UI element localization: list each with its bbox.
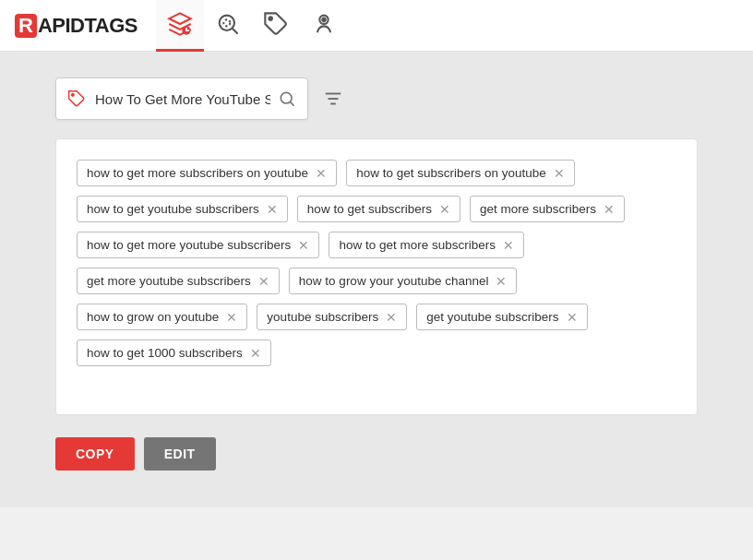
tag-label: how to get more subscribers	[339, 238, 496, 252]
tag-label: how to get 1000 subscribers	[87, 346, 243, 360]
tag-label: how to grow on youtube	[87, 310, 219, 324]
tag-label: get more subscribers	[480, 202, 596, 216]
tag-label: get youtube subscribers	[426, 310, 558, 324]
nav-spy[interactable]	[300, 0, 348, 52]
logo-r-letter: R	[15, 14, 37, 38]
tag-chip: how to get subscribers on youtube✕	[346, 160, 575, 186]
tags-container: how to get more subscribers on youtube✕h…	[55, 138, 698, 415]
nav-tag[interactable]	[252, 0, 300, 52]
tag-remove-icon[interactable]: ✕	[386, 311, 397, 324]
nav-tag-generate[interactable]	[156, 0, 204, 52]
action-buttons: COPY EDIT	[55, 437, 698, 471]
tag-chip: get youtube subscribers✕	[416, 304, 587, 330]
nav-search[interactable]	[204, 0, 252, 52]
tag-remove-icon[interactable]: ✕	[604, 203, 615, 216]
svg-point-6	[72, 94, 75, 97]
svg-point-2	[223, 19, 230, 26]
search-input[interactable]	[95, 91, 270, 107]
tag-chip: how to grow on youtube✕	[77, 304, 247, 330]
tag-label: how to get more subscribers on youtube	[87, 166, 308, 180]
tag-chip: how to grow your youtube channel✕	[289, 268, 518, 294]
svg-point-3	[269, 17, 272, 20]
navbar: R APIDTAGS	[0, 0, 753, 52]
tag-label: get more youtube subscribers	[87, 274, 251, 288]
tag-remove-icon[interactable]: ✕	[503, 239, 514, 252]
svg-point-5	[322, 18, 326, 21]
edit-button[interactable]: EDIT	[144, 437, 216, 471]
nav-icons	[156, 0, 348, 52]
search-submit-icon[interactable]	[278, 89, 296, 108]
tag-chip: how to get youtube subscribers✕	[77, 196, 288, 222]
tag-label: how to get youtube subscribers	[87, 202, 259, 216]
search-box	[55, 77, 308, 120]
tag-remove-icon[interactable]: ✕	[554, 167, 565, 180]
tag-chip: how to get more subscribers✕	[329, 232, 524, 258]
logo-text: APIDTAGS	[38, 14, 137, 38]
tag-remove-icon[interactable]: ✕	[496, 275, 507, 288]
tag-chip: how to get more subscribers on youtube✕	[77, 160, 337, 186]
tag-remove-icon[interactable]: ✕	[258, 275, 269, 288]
tag-label: how to get more youtube subscribers	[87, 238, 291, 252]
main-content: how to get more subscribers on youtube✕h…	[0, 52, 753, 507]
tag-chip: youtube subscribers✕	[257, 304, 407, 330]
tag-label: how to get subscribers on youtube	[356, 166, 546, 180]
tag-label: how to grow your youtube channel	[299, 274, 489, 288]
search-box-tag-icon	[67, 89, 86, 108]
tag-remove-icon[interactable]: ✕	[567, 311, 578, 324]
tag-chip: how to get more youtube subscribers✕	[77, 232, 319, 258]
tag-chip: get more subscribers✕	[470, 196, 625, 222]
tag-chip: get more youtube subscribers✕	[77, 268, 280, 294]
tag-remove-icon[interactable]: ✕	[267, 203, 278, 216]
logo: R APIDTAGS	[15, 14, 137, 38]
tag-remove-icon[interactable]: ✕	[316, 167, 327, 180]
tag-remove-icon[interactable]: ✕	[298, 239, 309, 252]
tag-chip: how to get 1000 subscribers✕	[77, 340, 271, 366]
tag-label: how to get subscribers	[307, 202, 432, 216]
copy-button[interactable]: COPY	[55, 437, 135, 471]
tag-chip: how to get subscribers✕	[297, 196, 460, 222]
tag-remove-icon[interactable]: ✕	[226, 311, 237, 324]
search-area	[0, 52, 753, 138]
tag-label: youtube subscribers	[267, 310, 378, 324]
filter-button[interactable]	[323, 89, 343, 109]
tag-remove-icon[interactable]: ✕	[250, 347, 261, 360]
tag-remove-icon[interactable]: ✕	[439, 203, 450, 216]
